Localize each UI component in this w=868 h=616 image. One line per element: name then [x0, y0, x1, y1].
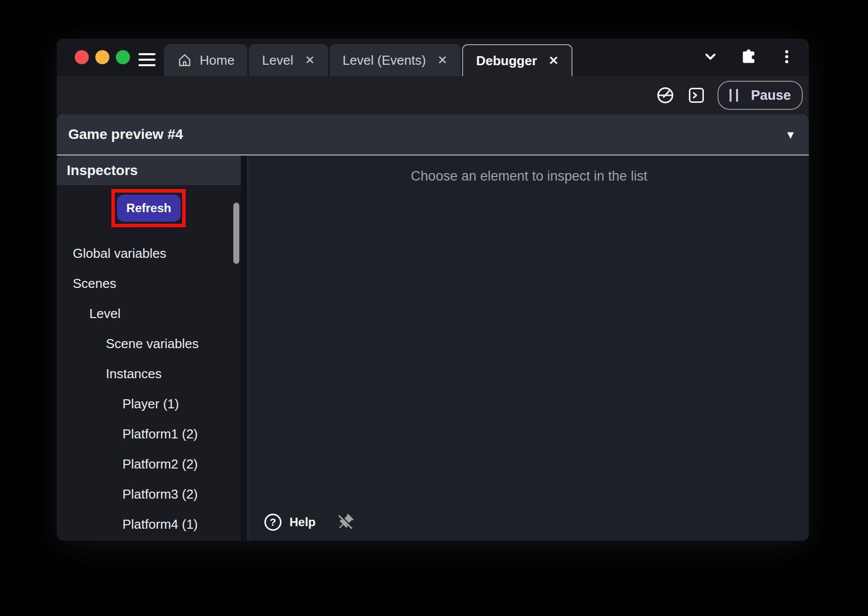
- tree-item-player[interactable]: Player (1): [57, 389, 241, 419]
- app-window: Home Level ✕ Level (Events) ✕ Debugger ✕: [57, 39, 809, 541]
- pause-button[interactable]: Pause: [717, 81, 803, 110]
- tree-item-level[interactable]: Level: [57, 298, 241, 329]
- home-icon: [177, 53, 192, 68]
- bottom-actions: ? Help: [264, 513, 355, 532]
- close-tab-icon[interactable]: ✕: [544, 54, 558, 68]
- tree-item-scenes[interactable]: Scenes: [57, 268, 241, 298]
- empty-state-message: Choose an element to inspect in the list: [249, 169, 809, 184]
- panel-gap: [241, 156, 247, 541]
- sidebar-scrollbar[interactable]: [233, 203, 239, 264]
- refresh-button[interactable]: Refresh: [117, 195, 181, 222]
- traffic-lights: [75, 50, 130, 64]
- help-button[interactable]: ? Help: [264, 514, 316, 531]
- tree-item-global-variables[interactable]: Global variables: [57, 238, 241, 268]
- inspectors-header: Inspectors: [57, 156, 241, 185]
- pause-icon: [730, 89, 738, 102]
- tab-label: Home: [200, 53, 234, 68]
- close-window-button[interactable]: [75, 50, 89, 64]
- tab-home[interactable]: Home: [164, 44, 247, 76]
- tab-label: Level (Events): [343, 53, 426, 68]
- inspector-tree: Global variables Scenes Level Scene vari…: [57, 238, 241, 539]
- tab-debugger[interactable]: Debugger ✕: [462, 44, 572, 76]
- tree-item-scene-variables[interactable]: Scene variables: [57, 329, 241, 359]
- close-tab-icon[interactable]: ✕: [433, 53, 448, 67]
- tree-item-platform3[interactable]: Platform3 (2): [57, 479, 241, 509]
- zoom-window-button[interactable]: [116, 50, 130, 64]
- game-preview-title: Game preview #4: [68, 126, 183, 142]
- game-preview-selector[interactable]: Game preview #4 ▾: [57, 114, 809, 155]
- question-circle-icon: ?: [264, 514, 281, 531]
- extensions-puzzle-icon[interactable]: [739, 47, 759, 67]
- unpin-icon[interactable]: [336, 513, 355, 532]
- menu-icon[interactable]: [138, 53, 156, 66]
- inspector-detail-panel: Choose an element to inspect in the list…: [247, 156, 809, 541]
- dropdown-arrow-icon: ▾: [787, 127, 794, 142]
- tab-level-events[interactable]: Level (Events) ✕: [330, 44, 461, 76]
- close-tab-icon[interactable]: ✕: [301, 53, 315, 67]
- refresh-area: Refresh: [57, 185, 241, 238]
- tree-item-platform2[interactable]: Platform2 (2): [57, 449, 241, 479]
- tree-item-platform4[interactable]: Platform4 (1): [57, 509, 241, 539]
- help-button-label: Help: [290, 515, 316, 529]
- tree-item-instances[interactable]: Instances: [57, 359, 241, 389]
- minimize-window-button[interactable]: [95, 50, 109, 64]
- profiler-gauge-icon[interactable]: [655, 85, 675, 105]
- pause-button-label: Pause: [751, 88, 791, 103]
- chevron-down-icon[interactable]: [700, 47, 720, 67]
- kebab-menu-icon[interactable]: [777, 47, 797, 67]
- tab-strip: Home Level ✕ Level (Events) ✕ Debugger ✕: [57, 39, 809, 76]
- tab-level[interactable]: Level ✕: [249, 44, 328, 76]
- window-top-actions: [700, 47, 797, 67]
- debugger-toolbar: Pause: [57, 76, 809, 114]
- inspectors-sidebar: Inspectors Refresh Global variables Scen…: [57, 156, 241, 541]
- tab-label: Debugger: [476, 53, 537, 69]
- tab-bar: Home Level ✕ Level (Events) ✕ Debugger ✕: [164, 44, 572, 76]
- debugger-content: Inspectors Refresh Global variables Scen…: [57, 156, 809, 541]
- tree-item-platform1[interactable]: Platform1 (2): [57, 419, 241, 449]
- console-icon[interactable]: [686, 85, 706, 105]
- tab-label: Level: [262, 53, 293, 68]
